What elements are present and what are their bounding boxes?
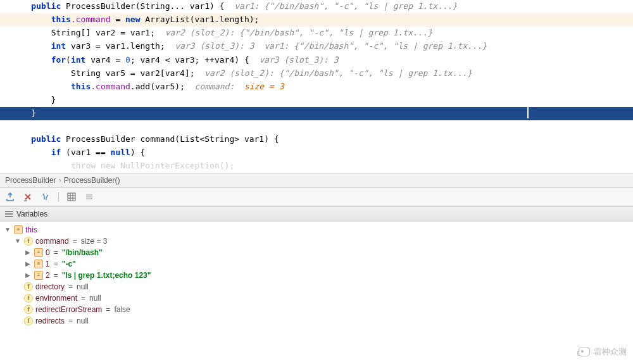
keyword: new: [125, 15, 140, 24]
expand-toggle[interactable]: ▼: [4, 226, 11, 233]
equals: =: [53, 271, 60, 280]
table-icon[interactable]: [66, 192, 77, 202]
code-line[interactable]: String var5 = var2[var4]; var2 (slot_2):…: [0, 67, 633, 80]
type-name: ProcessBuilder: [66, 1, 135, 11]
inline-hint-value: size = 3: [244, 82, 284, 91]
variables-tree[interactable]: ▼ ≡ this ▼ f command = size = 3 ▶ ≡ 0 = …: [0, 222, 633, 329]
remove-x-icon[interactable]: [23, 192, 33, 202]
breadcrumb-item[interactable]: ProcessBuilder(): [64, 176, 120, 185]
var-index: 2: [46, 271, 50, 280]
field-icon: f: [24, 282, 33, 291]
var-value: "/bin/bash": [62, 248, 103, 257]
code-line-current[interactable]: this.command = new ArrayList(var1.length…: [0, 13, 633, 27]
var-redirects[interactable]: ▶ f redirects = null: [0, 315, 633, 327]
keyword: public: [31, 134, 61, 144]
var-this[interactable]: ▼ ≡ this: [0, 224, 633, 235]
var-value: null: [77, 317, 89, 325]
var-index: 1: [46, 260, 50, 268]
var-value: "-c": [62, 260, 76, 268]
var-name: redirectErrorStream: [35, 305, 102, 314]
inline-hint-label: command:: [195, 82, 244, 91]
equals: =: [80, 294, 87, 303]
number-literal: 0: [125, 55, 130, 65]
field-ref: .command: [71, 15, 111, 24]
keyword: if: [51, 147, 61, 157]
signature: (String... var1) {: [135, 1, 225, 11]
var-name: directory: [35, 282, 65, 291]
expand-toggle[interactable]: ▶: [24, 249, 32, 256]
code-line[interactable]: int var3 = var1.length; var3 (slot_3): 3…: [0, 40, 633, 53]
svg-rect-0: [68, 193, 75, 201]
var-environment[interactable]: ▶ f environment = null: [0, 292, 633, 304]
keyword: for: [51, 55, 66, 65]
var-command[interactable]: ▼ f command = size = 3: [0, 235, 633, 247]
var-name: this: [25, 225, 37, 234]
element-icon: ≡: [34, 260, 43, 268]
debugger-toolbar: [0, 188, 633, 206]
var-value: null: [89, 294, 101, 303]
equals: =: [67, 282, 74, 291]
var-value: size = 3: [81, 237, 108, 246]
var-redirect-error-stream[interactable]: ▶ f redirectErrorStream = false: [0, 304, 633, 315]
equals: =: [72, 237, 78, 246]
separator: [58, 192, 59, 202]
keyword-this: this: [51, 15, 71, 24]
code-editor[interactable]: public ProcessBuilder(String... var1) { …: [0, 0, 633, 173]
watermark: 雷神众测: [579, 346, 627, 358]
equals: =: [53, 260, 60, 268]
element-icon: ≡: [34, 248, 43, 257]
collapse-icon: [84, 192, 94, 202]
breadcrumb[interactable]: ProcessBuilder › ProcessBuilder(): [0, 173, 633, 188]
code-line[interactable]: }: [0, 94, 633, 107]
var-value: "ls | grep 1.txt;echo 123": [62, 271, 151, 280]
array-item[interactable]: ▶ ≡ 1 = "-c": [0, 258, 633, 270]
field-icon: f: [24, 317, 33, 325]
var-directory[interactable]: ▶ f directory = null: [0, 281, 633, 292]
equals: =: [67, 317, 74, 325]
code-line[interactable]: for(int var4 = 0; var4 < var3; ++var4) {…: [0, 54, 633, 67]
var-name: environment: [35, 294, 77, 303]
var-name: command: [35, 237, 69, 246]
equals: =: [104, 305, 111, 314]
inline-hint: var3 (slot_3): 3 var1: {"/bin/bash", "-c…: [175, 41, 487, 51]
export-up-icon[interactable]: [5, 192, 15, 202]
code-line-selected[interactable]: }: [0, 107, 633, 120]
filter-down-icon[interactable]: [41, 192, 51, 202]
code-line-blank[interactable]: [0, 120, 633, 134]
keyword: null: [111, 147, 130, 157]
field-ref: .command: [91, 82, 130, 91]
keyword: int: [71, 55, 85, 65]
code-line-faded[interactable]: throw new NullPointerException();: [0, 160, 633, 173]
var-index: 0: [46, 248, 50, 257]
list-icon: [5, 211, 13, 217]
element-icon: ≡: [34, 271, 43, 280]
breadcrumb-item[interactable]: ProcessBuilder: [5, 176, 56, 185]
var-value: null: [77, 282, 89, 291]
keyword: int: [51, 41, 66, 51]
equals: =: [53, 248, 60, 257]
keyword-this: this: [71, 82, 91, 91]
array-item[interactable]: ▶ ≡ 0 = "/bin/bash": [0, 247, 633, 258]
var-name: redirects: [35, 317, 65, 325]
field-icon: f: [24, 237, 33, 246]
chevron-right-icon: ›: [59, 176, 61, 185]
field-icon: f: [24, 294, 33, 303]
inline-hint: var3 (slot_3): 3: [259, 55, 338, 65]
object-icon: ≡: [14, 225, 23, 234]
section-title: Variables: [16, 210, 47, 218]
expand-toggle[interactable]: ▼: [14, 237, 22, 244]
code-line[interactable]: if (var1 == null) {: [0, 146, 633, 160]
expand-toggle[interactable]: ▶: [24, 272, 32, 279]
inline-hint: var2 (slot_2): {"/bin/bash", "-c", "ls |…: [204, 68, 472, 78]
code-line[interactable]: String[] var2 = var1; var2 (slot_2): {"/…: [0, 27, 633, 40]
keyword: public: [31, 1, 61, 11]
caret: [527, 107, 529, 118]
code-line[interactable]: this.command.add(var5); command: size = …: [0, 80, 633, 94]
inline-hint: var1: {"/bin/bash", "-c", "ls | grep 1.t…: [234, 1, 457, 11]
array-item[interactable]: ▶ ≡ 2 = "ls | grep 1.txt;echo 123": [0, 270, 633, 281]
code-line[interactable]: public ProcessBuilder command(List<Strin…: [0, 133, 633, 146]
var-value: false: [114, 305, 130, 314]
variables-header[interactable]: Variables: [0, 206, 633, 222]
expand-toggle[interactable]: ▶: [24, 260, 32, 267]
code-line[interactable]: public ProcessBuilder(String... var1) { …: [0, 0, 633, 13]
